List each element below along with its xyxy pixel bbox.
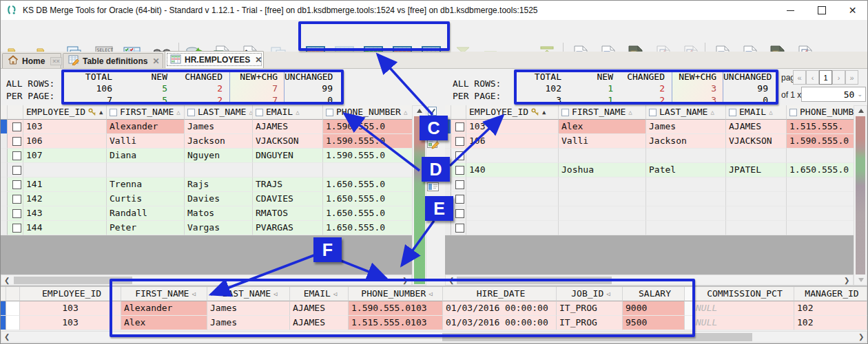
row-checkbox[interactable] — [455, 166, 464, 175]
row-select-cell[interactable] — [451, 163, 466, 178]
row-select-cell[interactable] — [451, 134, 466, 149]
scroll-right-icon[interactable]: ❯ — [402, 277, 408, 284]
column-header-first_name[interactable]: FIRST_NAME◁ — [121, 287, 207, 301]
row-checkbox[interactable] — [12, 151, 21, 160]
scroll-right-icon[interactable]: ❯ — [858, 334, 864, 341]
scrollbar-thumb[interactable] — [14, 277, 132, 284]
row-select-cell[interactable] — [8, 206, 23, 221]
scroll-up-icon[interactable] — [858, 109, 864, 113]
table-row[interactable]: 142CurtisDaviesCDAVIES1.650.555.0 — [1, 192, 412, 206]
table-row[interactable]: 143RandallMatosRMATOS1.650.555.0 — [1, 206, 412, 221]
row-select-cell[interactable] — [451, 192, 466, 206]
column-header-last_name[interactable]: LAST_NAME△ — [185, 105, 253, 120]
row-select-cell[interactable] — [8, 163, 23, 178]
row-checkbox[interactable] — [455, 209, 464, 218]
column-header-email[interactable]: EMAIL◁ — [290, 287, 349, 301]
column-checkbox[interactable] — [561, 109, 569, 116]
row-checkbox[interactable] — [455, 180, 464, 189]
column-header-manager_id[interactable]: MANAGER_ID — [794, 287, 867, 301]
row-select-cell[interactable] — [8, 178, 23, 192]
column-header-phone_number[interactable]: PHONE_NUMBER△ — [323, 105, 412, 120]
tab-close-icon[interactable]: ✕ — [152, 56, 159, 66]
row-select-cell[interactable] — [451, 149, 466, 163]
table-row[interactable]: 140JoshuaPatelJPATEL1.650.555.0 — [445, 163, 854, 178]
column-header-phone_number[interactable]: PHONE_NUMBER◁ — [349, 287, 443, 301]
column-header-employee_id[interactable]: EMPLOYEE_ID▲ — [23, 105, 107, 120]
row-select-cell[interactable] — [451, 178, 466, 192]
column-header-first_name[interactable]: FIRST_NAME△ — [107, 105, 185, 120]
table-row[interactable] — [445, 149, 854, 163]
scroll-down-icon[interactable] — [858, 278, 864, 282]
scroll-left-icon[interactable]: ❮ — [4, 334, 10, 341]
column-header-job_id[interactable]: JOB_ID◁ — [557, 287, 623, 301]
table-row[interactable] — [445, 192, 854, 206]
column-header-phone_number[interactable]: PHONE_NUMBER△ — [787, 105, 854, 120]
column-header-email[interactable]: EMAIL△ — [726, 105, 787, 120]
right-vertical-scrollbar[interactable] — [854, 105, 867, 286]
row-checkbox[interactable] — [12, 209, 21, 218]
row-select-cell[interactable] — [451, 221, 466, 235]
scrollbar-thumb[interactable] — [457, 277, 612, 284]
table-row[interactable] — [445, 221, 854, 235]
column-checkbox[interactable] — [789, 109, 797, 116]
table-row[interactable]: 103AlexJamesAJAMES1.515.555. — [445, 120, 854, 134]
close-button[interactable]: ✕ — [837, 1, 868, 20]
row-checkbox[interactable] — [455, 137, 464, 146]
column-checkbox[interactable] — [326, 109, 333, 116]
column-header-last_name[interactable]: LAST_NAME◁ — [207, 287, 290, 301]
scroll-up-icon[interactable] — [417, 109, 422, 113]
table-row[interactable]: 141TrennaRajsTRAJS1.650.555.0 — [1, 178, 412, 192]
row-checkbox[interactable] — [12, 166, 21, 175]
column-header-employee_id[interactable]: EMPLOYEE_ID▲ — [466, 105, 559, 120]
first-page-button[interactable]: « — [793, 70, 806, 85]
page-size-select[interactable]: 50 ⌄ — [801, 87, 866, 102]
row-checkbox[interactable] — [12, 224, 21, 233]
table-row[interactable]: 144PeterVargasPVARGAS1.650.555.0 — [1, 221, 412, 235]
row-checkbox[interactable] — [12, 122, 21, 131]
table-row[interactable] — [1, 163, 412, 178]
column-checkbox[interactable] — [187, 109, 195, 116]
scroll-left-icon[interactable]: ❮ — [448, 277, 454, 284]
row-checkbox[interactable] — [12, 137, 21, 146]
table-row[interactable]: 107DianaNguyenDNGUYEN1.590.555.0 — [1, 149, 412, 163]
column-header-first_name[interactable]: FIRST_NAME△ — [559, 105, 646, 120]
column-header-salary[interactable]: SALARY — [623, 287, 685, 301]
right-horizontal-scrollbar[interactable]: ❮ ❯ — [445, 275, 854, 286]
last-page-button[interactable]: » — [845, 70, 858, 85]
tab-close-icon[interactable]: ✕ — [255, 55, 262, 65]
table-row[interactable]: 103AlexJamesAJAMES1.515.555.010301/03/20… — [1, 316, 867, 330]
column-header-commission_pct[interactable]: COMMISSION_PCT — [693, 287, 794, 301]
table-row[interactable]: 103AlexanderJamesAJAMES1.590.555.0 — [1, 120, 412, 134]
current-page-field[interactable]: 1 — [819, 70, 832, 85]
row-checkbox[interactable] — [455, 122, 464, 131]
row-checkbox[interactable] — [455, 195, 464, 204]
scrollbar-thumb[interactable] — [442, 333, 752, 341]
tab-hr-employees[interactable]: HR.EMPLOYEES✕ — [165, 51, 264, 68]
row-checkbox[interactable] — [455, 224, 464, 233]
bottom-horizontal-scrollbar[interactable]: ❮ ❯ — [1, 331, 867, 343]
tab-table-definitions[interactable]: Table definitions✕ — [63, 53, 163, 68]
maximize-button[interactable] — [806, 1, 837, 20]
row-checkbox[interactable] — [455, 151, 464, 160]
column-header-last_name[interactable]: LAST_NAME△ — [646, 105, 726, 120]
column-checkbox[interactable] — [729, 109, 736, 116]
table-row[interactable]: 103AlexanderJamesAJAMES1.590.555.010301/… — [1, 301, 867, 316]
scroll-left-icon[interactable]: ❮ — [4, 277, 10, 284]
minimize-button[interactable] — [775, 1, 806, 20]
column-header-email[interactable]: EMAIL△ — [253, 105, 323, 120]
row-select-cell[interactable] — [451, 120, 466, 134]
record-details-icon[interactable] — [427, 182, 440, 195]
column-header-hire_date[interactable]: HIRE_DATE — [443, 287, 557, 301]
tab-home[interactable]: Home×× — [2, 53, 61, 68]
row-checkbox[interactable] — [12, 180, 21, 189]
row-select-cell[interactable] — [8, 149, 23, 163]
table-row[interactable]: 106ValliJacksonVJACKSON1.590.555.0 — [445, 134, 854, 149]
row-select-cell[interactable] — [8, 120, 23, 134]
prev-page-button[interactable]: ‹ — [806, 70, 819, 85]
row-select-cell[interactable] — [8, 134, 23, 149]
right-diff-map[interactable] — [856, 116, 865, 275]
table-row[interactable]: 106ValliJacksonVJACKSON1.590.555.0 — [1, 134, 412, 149]
left-horizontal-scrollbar[interactable]: ❮ ❯ — [1, 275, 412, 286]
next-page-button[interactable]: › — [832, 70, 845, 85]
row-select-cell[interactable] — [451, 206, 466, 221]
